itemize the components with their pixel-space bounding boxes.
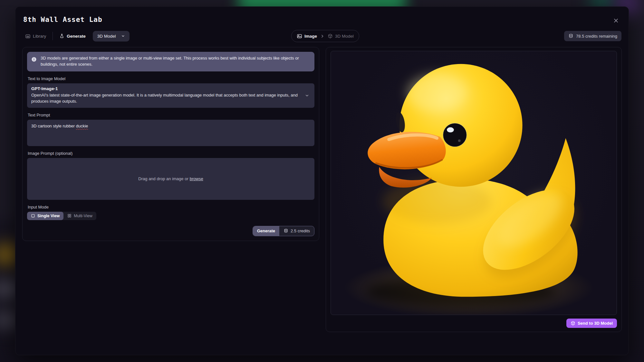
cube-icon xyxy=(328,33,333,39)
modal-content: 3D models are generated from either a si… xyxy=(15,47,629,332)
chevron-down-icon xyxy=(121,34,125,38)
tab-library[interactable]: Library xyxy=(23,32,49,41)
info-banner-text: 3D models are generated from either a si… xyxy=(41,55,308,68)
close-button[interactable] xyxy=(612,16,620,25)
image-prompt-label: Image Prompt (optional) xyxy=(28,151,314,156)
image-dropzone[interactable]: Drag and drop an image or browse xyxy=(27,158,314,200)
generate-type-value: 3D Model xyxy=(97,34,116,39)
generate-row: Generate 2.5 credits xyxy=(27,226,314,236)
page-background: 8th Wall Asset Lab Library xyxy=(0,0,644,362)
coins-icon xyxy=(568,33,573,39)
generate-button-label: Generate xyxy=(253,226,279,236)
send-row: Send to 3D Model xyxy=(331,319,617,328)
info-icon xyxy=(31,57,37,62)
text-prompt-input[interactable]: 3D cartoon style rubber duckie xyxy=(27,120,314,146)
tab-generate-label: Generate xyxy=(67,34,86,39)
generate-type-dropdown[interactable]: 3D Model xyxy=(93,31,130,42)
chevron-down-icon xyxy=(305,93,309,98)
send-to-3d-model-button[interactable]: Send to 3D Model xyxy=(566,319,617,328)
square-icon xyxy=(31,214,35,218)
credits-remaining-badge: 78.5 credits remaining xyxy=(564,31,621,41)
asset-lab-modal: 8th Wall Asset Lab Library xyxy=(15,6,629,355)
generation-form-card: 3D models are generated from either a si… xyxy=(22,47,319,241)
flask-icon xyxy=(59,33,64,39)
generate-cost-label: 2.5 credits xyxy=(291,228,310,233)
coins-icon xyxy=(284,228,288,233)
info-banner: 3D models are generated from either a si… xyxy=(27,52,314,71)
text-prompt-label: Text Prompt xyxy=(28,113,314,117)
generate-button[interactable]: Generate 2.5 credits xyxy=(253,226,314,236)
page-title: 8th Wall Asset Lab xyxy=(23,16,620,23)
text-to-image-model-select[interactable]: GPT-Image-1 OpenAI's latest state-of-the… xyxy=(27,83,314,108)
breadcrumb-3d-model-label: 3D Model xyxy=(335,34,354,39)
multi-view-label: Multi-View xyxy=(74,214,92,218)
breadcrumb-step-image[interactable]: Image xyxy=(297,33,317,39)
close-icon xyxy=(613,18,619,23)
dropzone-text: Drag and drop an image or xyxy=(138,176,188,181)
cube-icon xyxy=(571,321,575,326)
breadcrumb-image-label: Image xyxy=(304,34,317,39)
grid-icon xyxy=(67,214,72,218)
model-field-label: Text to Image Model xyxy=(28,76,314,81)
credits-remaining-label: 78.5 credits remaining xyxy=(576,34,617,39)
tab-library-label: Library xyxy=(33,34,46,39)
browse-link[interactable]: browse xyxy=(190,176,203,181)
generated-image-frame xyxy=(331,51,617,315)
modal-header: 8th Wall Asset Lab xyxy=(15,7,629,23)
model-description: OpenAI's latest state-of-the-art image g… xyxy=(31,92,298,105)
preview-panel: Send to 3D Model xyxy=(326,47,622,332)
text-prompt-value: 3D cartoon style rubber xyxy=(31,124,76,128)
input-mode-toggle: Single View Multi-View xyxy=(27,212,96,220)
input-mode-label: Input Mode xyxy=(28,205,314,209)
single-view-option[interactable]: Single View xyxy=(27,212,63,220)
pipeline-breadcrumb: Image 3D Model xyxy=(291,30,359,42)
send-to-3d-model-label: Send to 3D Model xyxy=(578,321,613,326)
library-icon xyxy=(25,33,31,39)
generate-cost-badge: 2.5 credits xyxy=(279,226,314,236)
single-view-label: Single View xyxy=(37,214,60,218)
divider xyxy=(53,32,53,40)
text-prompt-misspelled-word: duckie xyxy=(76,124,88,128)
generated-image-duck xyxy=(331,51,617,315)
model-name: GPT-Image-1 xyxy=(31,86,298,91)
chevron-right-icon xyxy=(320,34,324,38)
tab-generate[interactable]: Generate xyxy=(57,32,88,41)
image-icon xyxy=(297,33,302,39)
breadcrumb-step-3d-model[interactable]: 3D Model xyxy=(328,33,354,39)
toolbar: Library Generate 3D Model xyxy=(15,30,629,42)
multi-view-option[interactable]: Multi-View xyxy=(63,212,96,220)
